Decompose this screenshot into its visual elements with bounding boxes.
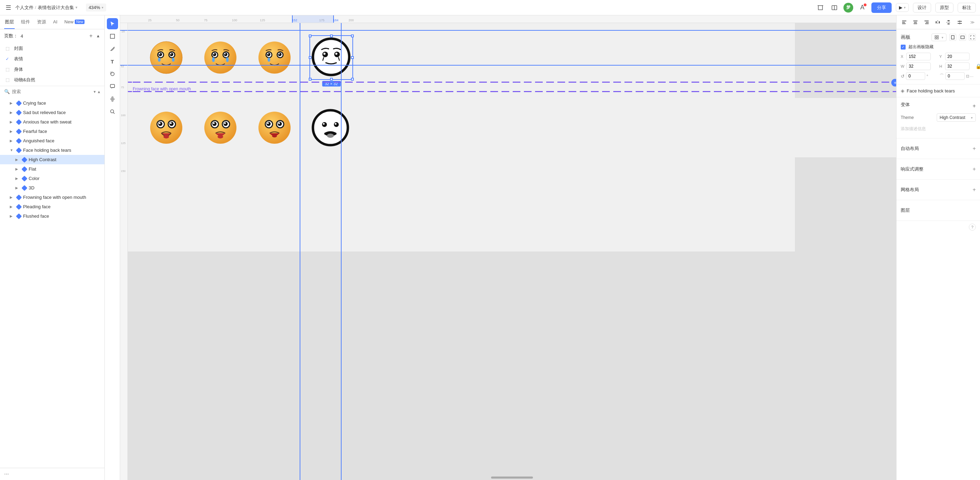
grid-layout-add-icon[interactable]: + <box>973 187 976 193</box>
shape-tool[interactable] <box>107 68 118 79</box>
layer-item-flat[interactable]: ▶ Flat <box>0 164 104 174</box>
add-variant-button[interactable]: + <box>973 103 976 109</box>
search-expand-icon[interactable]: ▾ <box>94 89 96 94</box>
layer-item-pleading[interactable]: ▶ Pleading face <box>0 202 104 211</box>
emoji-frowning-2[interactable] <box>203 110 238 145</box>
handle-mr[interactable] <box>351 56 354 59</box>
zoom-control[interactable]: 434% ▾ <box>86 3 106 11</box>
horizontal-scrollbar[interactable] <box>491 477 533 478</box>
menu-icon[interactable]: ☰ <box>4 3 13 12</box>
search-tool[interactable] <box>107 106 118 117</box>
add-frame-button[interactable]: + <box>891 79 896 87</box>
handle-tr[interactable] <box>351 35 354 37</box>
layer-item-anguished[interactable]: ▶ Anguished face <box>0 136 104 146</box>
layer-item-face-holding[interactable]: ▼ Face holding back tears <box>0 146 104 155</box>
board-landscape-icon[interactable] <box>959 34 966 41</box>
tab-ai[interactable]: AI <box>52 15 58 29</box>
board-fullscreen-icon[interactable] <box>969 34 976 41</box>
frame-tool[interactable] <box>107 31 118 42</box>
avatar[interactable]: 梦 <box>843 3 853 13</box>
board-type-select[interactable]: ▾ <box>931 33 947 41</box>
collapse-pages-icon[interactable]: ▲ <box>96 33 100 38</box>
tab-assets[interactable]: 资源 <box>36 15 47 29</box>
layer-item-frowning[interactable]: ▶ Frowning face with open mouth <box>0 193 104 202</box>
auto-layout-add-icon[interactable]: + <box>973 146 976 152</box>
breadcrumb-current[interactable]: 表情包设计大合集 <box>38 5 74 11</box>
select-tool[interactable] <box>107 18 118 29</box>
comment-tool[interactable] <box>107 81 118 92</box>
tab-layers[interactable]: 图层 <box>4 15 15 29</box>
layer-item-color[interactable]: ▶ Color <box>0 174 104 183</box>
handle-bm[interactable] <box>330 78 333 81</box>
rotation-input[interactable] <box>906 72 925 80</box>
emoji-frowning-1[interactable] <box>149 110 184 145</box>
layer-item-anxious[interactable]: ▶ Anxious face with sweat <box>0 117 104 127</box>
page-label-cover: 封面 <box>14 45 23 52</box>
frame-icon[interactable] <box>816 3 825 13</box>
pen-tool[interactable] <box>107 43 118 54</box>
search-collapse-icon[interactable]: ▴ <box>98 89 100 94</box>
breadcrumb-dropdown-icon[interactable]: ▾ <box>75 5 78 10</box>
page-item-body[interactable]: ⬚ 身体 <box>0 64 104 74</box>
tab-new[interactable]: New New <box>64 15 85 29</box>
board-portrait-icon[interactable] <box>949 34 956 41</box>
auto-layout-row[interactable]: 自动布局 + <box>901 143 976 155</box>
share-button[interactable]: 分享 <box>871 2 892 13</box>
lock-ratio-icon[interactable]: 🔒 <box>975 63 980 69</box>
handle-br[interactable] <box>351 78 354 81</box>
radius-input[interactable] <box>945 72 965 80</box>
hide-overflow-checkbox[interactable]: ✓ <box>901 44 905 49</box>
y-input[interactable] <box>945 53 969 60</box>
layers-row[interactable]: 图层 <box>901 204 976 216</box>
layer-item-high-contrast[interactable]: ▶ High Contrast <box>0 155 104 164</box>
help-icon[interactable]: ? <box>969 223 976 231</box>
emoji-frowning-3[interactable] <box>257 110 292 145</box>
radius-expand-icon[interactable]: ⊡ <box>966 74 969 79</box>
handle-bl[interactable] <box>309 78 312 81</box>
layer-item-sad-relieved[interactable]: ▶ Sad but relieved face <box>0 108 104 117</box>
radius-dots-icon[interactable]: ··· <box>970 74 974 79</box>
plugin-tool[interactable] <box>107 93 118 105</box>
canvas-viewport[interactable]: 32 × 32 + Frowning face with open mouth <box>128 23 896 480</box>
responsive-add-icon[interactable]: + <box>973 166 976 172</box>
play-button[interactable]: ▶ ▾ <box>896 3 909 12</box>
emoji-hc-face-holding[interactable]: 32 × 32 <box>311 37 352 78</box>
design-mode-button[interactable]: 设计 <box>913 3 931 13</box>
ruler-mark-50: 50 <box>176 19 180 22</box>
tab-components[interactable]: 组件 <box>20 15 31 29</box>
add-page-button[interactable]: + <box>89 32 93 40</box>
theme-select[interactable]: High Contrast ▾ <box>937 113 976 122</box>
text-tool[interactable]: T <box>107 56 118 67</box>
layer-item-3d[interactable]: ▶ 3D <box>0 183 104 193</box>
align-left-icon[interactable] <box>899 17 909 27</box>
add-description[interactable]: 添加描述信息 <box>901 124 976 134</box>
emoji-sad-relieved[interactable] <box>203 40 238 75</box>
responsive-row[interactable]: 响应式调整 + <box>901 163 976 175</box>
collapse-right-icon[interactable]: ≫ <box>967 17 977 27</box>
x-input[interactable] <box>906 53 931 60</box>
proto-mode-button[interactable]: 原型 <box>935 3 953 13</box>
w-input[interactable] <box>906 62 931 70</box>
layer-item-crying-face[interactable]: ▶ Crying face <box>0 98 104 108</box>
mark-mode-button[interactable]: 标注 <box>958 3 976 13</box>
split-view-icon[interactable] <box>829 3 839 13</box>
align-center-icon[interactable] <box>910 17 920 27</box>
search-input[interactable] <box>12 89 92 94</box>
page-item-cover[interactable]: ⬚ 封面 <box>0 43 104 54</box>
distribute-h-icon[interactable] <box>933 17 943 27</box>
layer-item-fearful[interactable]: ▶ Fearful face <box>0 127 104 136</box>
more-align-icon[interactable] <box>955 17 965 27</box>
notification-icon[interactable]: A <box>858 3 867 13</box>
distribute-v-icon[interactable] <box>944 17 953 27</box>
grid-layout-row[interactable]: 网格布局 + <box>901 184 976 196</box>
breadcrumb-root[interactable]: 个人文件 <box>15 5 33 11</box>
page-item-emoji[interactable]: ✓ 表情 <box>0 54 104 64</box>
emoji-fearful[interactable] <box>257 40 292 75</box>
layer-item-flushed[interactable]: ▶ Flushed face <box>0 211 104 221</box>
more-options-icon[interactable]: ··· <box>4 471 9 477</box>
h-input[interactable] <box>945 62 969 70</box>
emoji-hc-frowning[interactable] <box>311 108 350 147</box>
align-right-icon[interactable] <box>922 17 931 27</box>
emoji-crying-face[interactable] <box>149 40 184 75</box>
page-item-nature[interactable]: ⬚ 动物&自然 <box>0 74 104 85</box>
